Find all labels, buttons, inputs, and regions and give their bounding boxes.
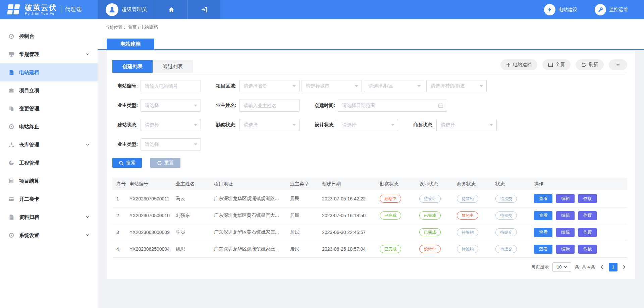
owner-name-input[interactable] [239,100,300,112]
cell-created: 2023-07-05 16:18:50 [319,207,377,224]
caret-down-icon [391,124,394,126]
home-button[interactable] [155,0,187,19]
filter-label: 业主类型: [112,103,138,109]
build-status-select[interactable]: 请选择 [141,119,201,131]
sidebar-item-card-opening[interactable]: 开二类卡 [0,190,98,208]
view-button[interactable]: 查看 [534,228,552,237]
card-icon [8,196,14,202]
sidebar-item-engineering-mgmt[interactable]: 工程管理 [0,154,98,172]
header-nav: 电站建设 监控运维 [544,0,644,19]
cell-business: 待签约 [454,190,493,207]
void-button[interactable]: 作废 [578,245,597,254]
province-select[interactable]: 请选择省份 [239,80,300,92]
page-tab-row: 电站建档 [98,36,644,50]
owner-type-select[interactable]: 请选择 [141,100,201,112]
username: 超级管理员 [122,6,147,13]
per-page-select[interactable]: 10 [552,262,571,272]
tab-created-list[interactable]: 创建列表 [112,60,153,73]
design-status-select[interactable]: 请选择 [338,119,398,131]
edit-button[interactable]: 编辑 [556,194,575,203]
void-button[interactable]: 作废 [578,194,597,203]
col-design-status: 设计状态 [417,178,454,190]
owner-type-2-select[interactable]: 请选择 [141,138,201,150]
sidebar-item-general-mgmt[interactable]: 常规管理 [0,45,98,63]
select-placeholder: 请选择城市 [306,83,352,89]
sidebar-item-label: 项目结算 [19,178,39,184]
edit-button[interactable]: 编辑 [556,228,575,237]
sidebar-item-console[interactable]: 控制台 [0,27,98,45]
county-select[interactable]: 请选择县/区 [364,80,424,92]
sidebar-item-project-settlement[interactable]: 项目结算 [0,172,98,190]
refresh-label: 刷新 [589,62,598,68]
collapse-toolbar-button[interactable] [609,59,627,70]
date-range-picker[interactable]: 请选择日期范围 [338,100,447,112]
select-placeholder: 请选择县/区 [368,83,415,89]
sidebar-item-label: 项目立项 [19,87,39,94]
circle-dot-icon [8,124,14,130]
select-placeholder: 请选择 [145,122,191,128]
sidebar-item-project-initiation[interactable]: 项目立项 [0,81,98,100]
business-status-select[interactable]: 请选择 [436,119,497,131]
next-page-button[interactable] [621,265,627,269]
logout-button[interactable] [187,0,220,19]
brand-title: 破茧云伏 [25,4,57,12]
sidebar-item-label: 电站建档 [19,69,39,76]
nav-monitor-ops[interactable]: 监控运维 [595,4,628,15]
cell-index: 4 [112,241,127,257]
filter-label: 建站状态: [112,122,138,128]
create-station-button[interactable]: 电站建档 [500,59,537,70]
breadcrumb-path[interactable]: 首页 / 电站建档 [128,24,158,30]
cell-design: 已完成 [417,207,454,224]
caret-down-icon [480,85,483,87]
chevron-right-icon [622,265,627,269]
brand-logo-icon [6,3,21,16]
copy-icon [8,106,14,112]
lightning-icon [544,4,555,15]
view-button[interactable]: 查看 [534,245,552,254]
refresh-button[interactable]: 刷新 [576,59,604,70]
select-placeholder: 请选择 [145,103,191,109]
view-button[interactable]: 查看 [534,211,552,220]
nav-label: 电站建设 [558,7,577,13]
station-code-input[interactable] [141,80,201,92]
sidebar-item-station-filing[interactable]: 电站建档 [0,63,98,81]
design-status-badge: 已完成 [419,228,441,236]
page-tab-station-filing[interactable]: 电站建档 [107,39,154,49]
void-button[interactable]: 作废 [578,211,597,220]
sidebar-item-change-mgmt[interactable]: 变更管理 [0,100,98,118]
status-badge: 待提交 [495,195,517,203]
reset-button[interactable]: 重置 [150,158,180,168]
cell-created: 2023-06-25 10:57:04 [319,241,377,257]
city-select[interactable]: 请选择城市 [302,80,362,92]
prev-page-button[interactable] [599,265,605,269]
sidebar-item-system-settings[interactable]: 系统设置 [0,226,98,244]
survey-status-select[interactable]: 请选择 [239,119,300,131]
sidebar-item-document-archive[interactable]: 资料归档 [0,208,98,226]
town-select[interactable]: 请选择村镇/街道 [426,80,487,92]
sidebar-item-label: 开二类卡 [19,196,39,202]
tab-passed-list[interactable]: 通过列表 [153,60,193,73]
search-button[interactable]: 搜索 [112,158,142,168]
sidebar-item-warehouse-mgmt[interactable]: 仓库管理 [0,136,98,154]
cell-survey: 已完成 [377,207,417,224]
filter-owner-type-2: 业主类型: 请选择 [112,138,201,150]
brand-text: 破茧云伏 Po Jian Yun Fu [25,4,57,15]
col-index: 序号 [112,178,127,190]
edit-button[interactable]: 编辑 [556,245,575,254]
edit-button[interactable]: 编辑 [556,211,575,220]
void-button[interactable]: 作废 [578,228,597,237]
business-status-badge: 待签约 [457,245,478,253]
cell-actions: 查看 编辑 作废 [531,241,627,257]
chevron-down-icon [86,215,90,219]
sidebar-item-station-termination[interactable]: 电站终止 [0,118,98,136]
per-page-label: 每页显示 [531,264,549,270]
filter-label: 设计状态: [310,122,335,128]
chevron-down-icon [616,63,620,67]
fullscreen-button[interactable]: 全屏 [542,59,571,70]
filter-create-time: 创建时间: 请选择日期范围 [310,100,447,112]
user-menu[interactable]: 超级管理员 [98,0,155,19]
filter-actions: 搜索 重置 [112,158,627,168]
page-number-button[interactable]: 1 [609,263,618,271]
nav-station-construction[interactable]: 电站建设 [544,4,577,15]
view-button[interactable]: 查看 [534,194,552,203]
